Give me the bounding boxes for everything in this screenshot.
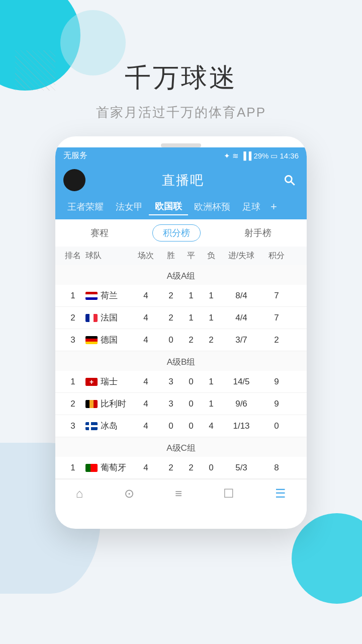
sub-tab-schedule[interactable]: 赛程 — [80, 225, 119, 241]
lose: 1 — [201, 313, 221, 323]
points: 7 — [261, 291, 292, 301]
lose: 4 — [201, 421, 221, 431]
standings-table: 排名 球队 场次 胜 平 负 进/失球 积分 A级A组 1 荷兰 4 2 1 1… — [55, 247, 307, 479]
lose: 1 — [201, 291, 221, 301]
col-rank: 排名 — [60, 251, 85, 261]
points: 8 — [261, 463, 292, 473]
draw: 2 — [181, 463, 201, 473]
nav-tab-zuqiu[interactable]: 足球 — [236, 199, 266, 215]
battery-icon: ▭ — [270, 151, 278, 160]
bottom-nav: ⌂ ⊙ ≡ ☐ ☰ — [55, 479, 307, 507]
goals: 3/7 — [221, 335, 261, 345]
bottom-nav-mine[interactable]: ☰ — [275, 487, 286, 502]
goals: 1/13 — [221, 421, 261, 431]
goals: 14/5 — [221, 377, 261, 387]
svg-point-0 — [285, 176, 292, 182]
flag-fr — [85, 314, 98, 322]
wifi-icon: ≋ — [232, 151, 239, 160]
sub-tab-standings[interactable]: 积分榜 — [152, 224, 201, 242]
table-row[interactable]: 2 比利时 4 3 0 1 9/6 9 — [55, 393, 307, 415]
search-button[interactable] — [281, 171, 299, 189]
message-icon: ☐ — [223, 487, 234, 501]
table-row[interactable]: 2 法国 4 2 1 1 4/4 7 — [55, 307, 307, 329]
col-team: 球队 — [85, 251, 131, 261]
bluetooth-icon: ✦ — [224, 151, 230, 160]
col-lose: 负 — [201, 251, 221, 261]
points: 9 — [261, 399, 292, 409]
draw: 0 — [181, 399, 201, 409]
goals: 9/6 — [221, 399, 261, 409]
flag-pt — [85, 464, 98, 472]
played: 4 — [131, 313, 161, 323]
win: 2 — [161, 291, 181, 301]
col-draw: 平 — [181, 251, 201, 261]
sub-tabs: 赛程 积分榜 射手榜 — [55, 219, 307, 247]
page-subtitle: 首家月活过千万的体育APP — [0, 104, 362, 121]
col-win: 胜 — [161, 251, 181, 261]
team-cell: 德国 — [85, 334, 131, 346]
status-carrier: 无服务 — [63, 150, 87, 161]
status-right: ✦ ≋ ▐▐ 29% ▭ 14:36 — [224, 151, 299, 160]
flag-nl — [85, 292, 98, 300]
app-header: 直播吧 — [55, 164, 307, 198]
phone-mockup: 无服务 ✦ ≋ ▐▐ 29% ▭ 14:36 直播吧 王者荣耀 法女甲 欧国联 … — [55, 136, 307, 529]
battery-level: 29% — [253, 151, 268, 160]
signal-icon: ▐▐ — [241, 151, 251, 160]
rank: 3 — [60, 335, 85, 345]
nav-tabs: 王者荣耀 法女甲 欧国联 欧洲杯预 足球 + — [55, 198, 307, 219]
nav-tab-add[interactable]: + — [266, 198, 281, 215]
goals: 8/4 — [221, 291, 261, 301]
news-icon: ≡ — [175, 487, 182, 501]
nav-tab-ouguo[interactable]: 欧国联 — [149, 198, 188, 215]
draw: 2 — [181, 335, 201, 345]
flag-is — [85, 422, 98, 430]
col-goals: 进/失球 — [221, 251, 261, 261]
lose: 0 — [201, 463, 221, 473]
table-row[interactable]: 3 德国 4 0 2 2 3/7 2 — [55, 329, 307, 351]
bottom-nav-home[interactable]: ⌂ — [76, 487, 83, 502]
team-cell: 比利时 — [85, 398, 131, 410]
draw: 0 — [181, 421, 201, 431]
table-row[interactable]: 1 荷兰 4 2 1 1 8/4 7 — [55, 285, 307, 307]
lose: 1 — [201, 399, 221, 409]
rank: 2 — [60, 313, 85, 323]
home-icon: ⌂ — [76, 487, 83, 501]
lose: 2 — [201, 335, 221, 345]
rank: 1 — [60, 377, 85, 387]
table-row[interactable]: 3 冰岛 4 0 0 4 1/13 0 — [55, 415, 307, 437]
team-cell: 葡萄牙 — [85, 462, 131, 473]
lose: 1 — [201, 377, 221, 387]
video-icon: ⊙ — [124, 487, 134, 501]
group-a-header: A级A组 — [55, 265, 307, 285]
app-title: 直播吧 — [162, 172, 204, 189]
bottom-nav-news[interactable]: ≡ — [175, 487, 182, 502]
team-name: 葡萄牙 — [101, 462, 126, 473]
bottom-nav-video[interactable]: ⊙ — [124, 487, 134, 502]
played: 4 — [131, 335, 161, 345]
table-row[interactable]: 1 葡萄牙 4 2 2 0 5/3 8 — [55, 457, 307, 479]
col-played: 场次 — [131, 251, 161, 261]
played: 4 — [131, 463, 161, 473]
points: 0 — [261, 421, 292, 431]
table-row[interactable]: 1 瑞士 4 3 0 1 14/5 9 — [55, 371, 307, 393]
played: 4 — [131, 421, 161, 431]
status-bar: 无服务 ✦ ≋ ▐▐ 29% ▭ 14:36 — [55, 147, 307, 164]
draw: 1 — [181, 291, 201, 301]
table-header: 排名 球队 场次 胜 平 负 进/失球 积分 — [55, 247, 307, 265]
win: 2 — [161, 463, 181, 473]
team-cell: 法国 — [85, 312, 131, 324]
bottom-nav-message[interactable]: ☐ — [223, 487, 234, 502]
app-logo[interactable] — [63, 169, 85, 191]
nav-tab-wangzhe[interactable]: 王者荣耀 — [61, 199, 110, 215]
rank: 3 — [60, 421, 85, 431]
time-display: 14:36 — [280, 151, 299, 160]
played: 4 — [131, 291, 161, 301]
nav-tab-ouzhoupre[interactable]: 欧洲杯预 — [188, 199, 236, 215]
nav-tab-fanv[interactable]: 法女甲 — [110, 199, 149, 215]
group-c-header: A级C组 — [55, 437, 307, 457]
team-name: 德国 — [101, 334, 118, 346]
sub-tab-scorers[interactable]: 射手榜 — [234, 225, 282, 241]
team-name: 冰岛 — [101, 420, 118, 432]
flag-ch — [85, 378, 98, 386]
flag-de — [85, 336, 98, 344]
